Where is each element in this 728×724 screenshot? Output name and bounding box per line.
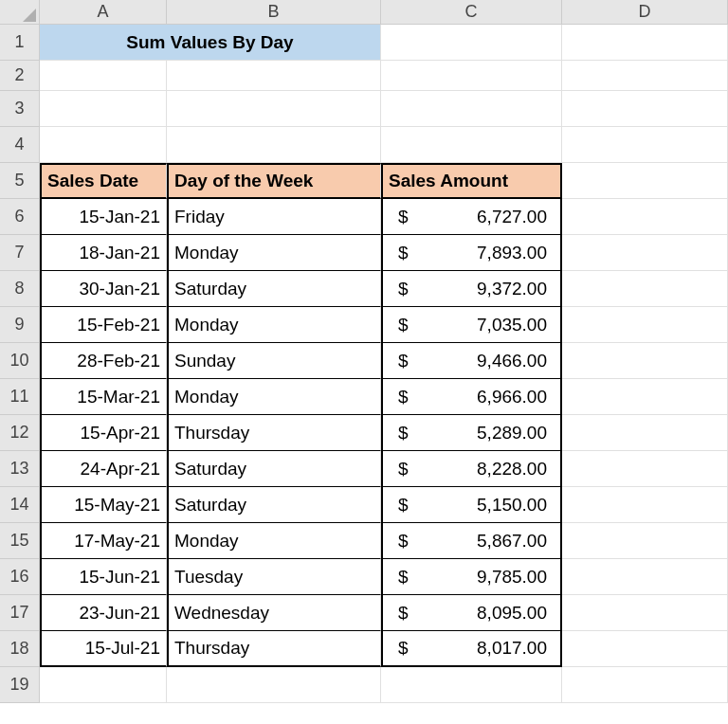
cell-D17[interactable] bbox=[562, 595, 728, 631]
cell-amount[interactable]: $5,289.00 bbox=[381, 415, 562, 451]
cell-amount[interactable]: $6,966.00 bbox=[381, 379, 562, 415]
cell-C1[interactable] bbox=[381, 25, 562, 61]
cell-amount[interactable]: $8,017.00 bbox=[381, 631, 562, 667]
col-header-A[interactable]: A bbox=[40, 0, 167, 25]
cell-date[interactable]: 30-Jan-21 bbox=[40, 271, 167, 307]
cell-amount[interactable]: $5,150.00 bbox=[381, 487, 562, 523]
row-header-16[interactable]: 16 bbox=[0, 559, 40, 595]
cell-B3[interactable] bbox=[167, 91, 381, 127]
cell-B19[interactable] bbox=[167, 667, 381, 703]
cell-D18[interactable] bbox=[562, 631, 728, 667]
cell-D5[interactable] bbox=[562, 163, 728, 199]
cell-day[interactable]: Saturday bbox=[167, 487, 381, 523]
cell-day[interactable]: Tuesday bbox=[167, 559, 381, 595]
row-header-12[interactable]: 12 bbox=[0, 415, 40, 451]
cell-amount[interactable]: $7,035.00 bbox=[381, 307, 562, 343]
row-header-5[interactable]: 5 bbox=[0, 163, 40, 199]
title-cell[interactable]: Sum Values By Day bbox=[40, 25, 381, 61]
cell-amount[interactable]: $5,867.00 bbox=[381, 523, 562, 559]
cell-day[interactable]: Saturday bbox=[167, 271, 381, 307]
header-sales-amount[interactable]: Sales Amount bbox=[381, 163, 562, 199]
cell-D7[interactable] bbox=[562, 235, 728, 271]
cell-D11[interactable] bbox=[562, 379, 728, 415]
cell-B4[interactable] bbox=[167, 127, 381, 163]
cell-amount[interactable]: $9,785.00 bbox=[381, 559, 562, 595]
cell-C2[interactable] bbox=[381, 61, 562, 91]
cell-D8[interactable] bbox=[562, 271, 728, 307]
cell-day[interactable]: Monday bbox=[167, 307, 381, 343]
cell-D15[interactable] bbox=[562, 523, 728, 559]
row-header-4[interactable]: 4 bbox=[0, 127, 40, 163]
spreadsheet-grid[interactable]: A B C D 1 Sum Values By Day 2 3 4 5 Sale… bbox=[0, 0, 728, 703]
cell-date[interactable]: 15-May-21 bbox=[40, 487, 167, 523]
cell-D4[interactable] bbox=[562, 127, 728, 163]
row-header-8[interactable]: 8 bbox=[0, 271, 40, 307]
cell-date[interactable]: 15-Jul-21 bbox=[40, 631, 167, 667]
cell-A3[interactable] bbox=[40, 91, 167, 127]
row-header-2[interactable]: 2 bbox=[0, 61, 40, 91]
cell-amount[interactable]: $9,466.00 bbox=[381, 343, 562, 379]
row-header-13[interactable]: 13 bbox=[0, 451, 40, 487]
cell-date[interactable]: 17-May-21 bbox=[40, 523, 167, 559]
cell-D1[interactable] bbox=[562, 25, 728, 61]
cell-day[interactable]: Sunday bbox=[167, 343, 381, 379]
cell-D14[interactable] bbox=[562, 487, 728, 523]
cell-amount[interactable]: $6,727.00 bbox=[381, 199, 562, 235]
cell-amount[interactable]: $7,893.00 bbox=[381, 235, 562, 271]
cell-date[interactable]: 18-Jan-21 bbox=[40, 235, 167, 271]
cell-day[interactable]: Thursday bbox=[167, 631, 381, 667]
cell-date[interactable]: 15-Apr-21 bbox=[40, 415, 167, 451]
cell-D19[interactable] bbox=[562, 667, 728, 703]
cell-C19[interactable] bbox=[381, 667, 562, 703]
cell-amount[interactable]: $8,095.00 bbox=[381, 595, 562, 631]
row-header-17[interactable]: 17 bbox=[0, 595, 40, 631]
row-header-7[interactable]: 7 bbox=[0, 235, 40, 271]
col-header-B[interactable]: B bbox=[167, 0, 381, 25]
row-header-11[interactable]: 11 bbox=[0, 379, 40, 415]
cell-D10[interactable] bbox=[562, 343, 728, 379]
cell-day[interactable]: Monday bbox=[167, 379, 381, 415]
cell-C3[interactable] bbox=[381, 91, 562, 127]
cell-B2[interactable] bbox=[167, 61, 381, 91]
cell-date[interactable]: 15-Feb-21 bbox=[40, 307, 167, 343]
row-header-6[interactable]: 6 bbox=[0, 199, 40, 235]
col-header-C[interactable]: C bbox=[381, 0, 562, 25]
cell-D16[interactable] bbox=[562, 559, 728, 595]
cell-day[interactable]: Monday bbox=[167, 235, 381, 271]
row-header-9[interactable]: 9 bbox=[0, 307, 40, 343]
select-all-corner[interactable] bbox=[0, 0, 40, 25]
cell-day[interactable]: Thursday bbox=[167, 415, 381, 451]
cell-D2[interactable] bbox=[562, 61, 728, 91]
cell-day[interactable]: Friday bbox=[167, 199, 381, 235]
cell-amount[interactable]: $8,228.00 bbox=[381, 451, 562, 487]
cell-amount[interactable]: $9,372.00 bbox=[381, 271, 562, 307]
cell-date[interactable]: 28-Feb-21 bbox=[40, 343, 167, 379]
cell-day[interactable]: Saturday bbox=[167, 451, 381, 487]
cell-date[interactable]: 15-Jun-21 bbox=[40, 559, 167, 595]
cell-day[interactable]: Wednesday bbox=[167, 595, 381, 631]
cell-D9[interactable] bbox=[562, 307, 728, 343]
cell-D6[interactable] bbox=[562, 199, 728, 235]
row-header-18[interactable]: 18 bbox=[0, 631, 40, 667]
col-header-D[interactable]: D bbox=[562, 0, 728, 25]
cell-A2[interactable] bbox=[40, 61, 167, 91]
header-day-of-week[interactable]: Day of the Week bbox=[167, 163, 381, 199]
cell-date[interactable]: 24-Apr-21 bbox=[40, 451, 167, 487]
cell-C4[interactable] bbox=[381, 127, 562, 163]
row-header-3[interactable]: 3 bbox=[0, 91, 40, 127]
cell-A19[interactable] bbox=[40, 667, 167, 703]
cell-day[interactable]: Monday bbox=[167, 523, 381, 559]
cell-A4[interactable] bbox=[40, 127, 167, 163]
cell-D12[interactable] bbox=[562, 415, 728, 451]
row-header-1[interactable]: 1 bbox=[0, 25, 40, 61]
row-header-10[interactable]: 10 bbox=[0, 343, 40, 379]
cell-D3[interactable] bbox=[562, 91, 728, 127]
row-header-14[interactable]: 14 bbox=[0, 487, 40, 523]
cell-date[interactable]: 15-Mar-21 bbox=[40, 379, 167, 415]
cell-date[interactable]: 23-Jun-21 bbox=[40, 595, 167, 631]
row-header-19[interactable]: 19 bbox=[0, 667, 40, 703]
header-sales-date[interactable]: Sales Date bbox=[40, 163, 167, 199]
cell-date[interactable]: 15-Jan-21 bbox=[40, 199, 167, 235]
row-header-15[interactable]: 15 bbox=[0, 523, 40, 559]
cell-D13[interactable] bbox=[562, 451, 728, 487]
